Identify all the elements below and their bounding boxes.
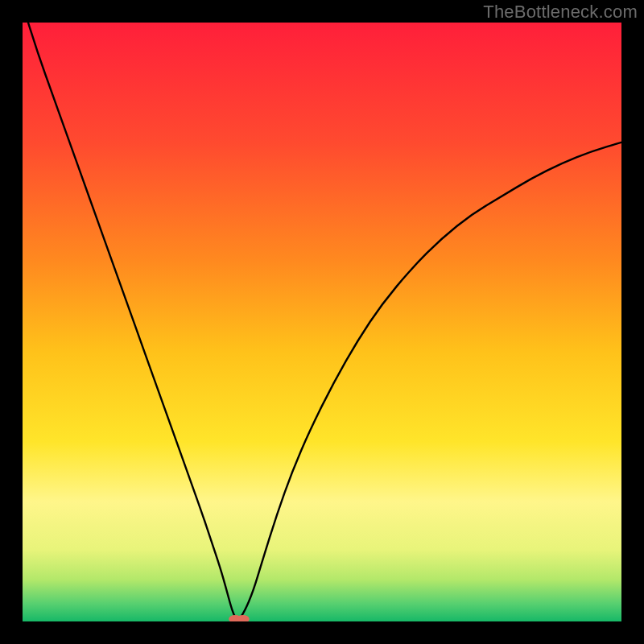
watermark-text: TheBottleneck.com (483, 2, 638, 23)
plot-area (23, 23, 621, 621)
gradient-background (23, 23, 621, 621)
chart-svg (23, 23, 621, 621)
chart-frame: TheBottleneck.com (0, 0, 644, 644)
